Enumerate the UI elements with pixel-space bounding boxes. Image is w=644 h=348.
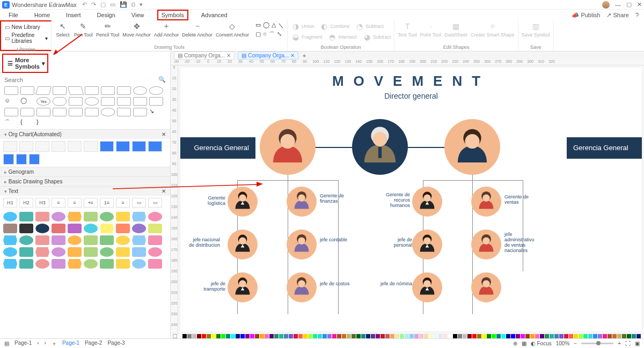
document-tab[interactable]: ▤Company Orga...✕	[174, 51, 235, 60]
color-swatch[interactable]	[197, 334, 201, 338]
color-swatch[interactable]	[207, 334, 211, 338]
page-tab-active[interactable]: Page-1	[62, 340, 79, 347]
color-swatch[interactable]	[414, 334, 419, 338]
org-node[interactable]	[287, 187, 317, 217]
shape-thumb[interactable]	[35, 224, 49, 233]
shape-thumb[interactable]: ▭	[148, 198, 162, 208]
shape-thumb[interactable]	[84, 224, 98, 233]
shape-thumb[interactable]: 1≡	[100, 198, 114, 208]
next-page-icon[interactable]: ›	[45, 340, 46, 347]
shape-thumb[interactable]	[53, 97, 67, 106]
menu-file[interactable]: File	[5, 11, 21, 19]
org-node[interactable]	[260, 119, 316, 175]
shape-thumb[interactable]	[101, 108, 115, 116]
shape-thumb[interactable]	[52, 141, 65, 152]
publish-button[interactable]: 📣 Publish	[572, 12, 600, 19]
predefine-libraries-button[interactable]: ▭Predefine Libraries▾	[4, 32, 49, 45]
shape-thumb[interactable]	[116, 247, 130, 257]
color-swatch[interactable]	[231, 334, 235, 338]
color-swatch[interactable]	[245, 334, 250, 338]
color-swatch[interactable]	[390, 334, 394, 338]
shape-thumb[interactable]: ☺	[4, 97, 18, 106]
shape-thumb[interactable]	[85, 86, 99, 95]
color-swatch[interactable]	[337, 334, 341, 338]
color-swatch[interactable]	[216, 334, 221, 338]
color-swatch[interactable]	[617, 334, 621, 338]
color-swatch[interactable]	[608, 334, 612, 338]
subtract2-button[interactable]: ◕Subtract	[362, 32, 391, 42]
convert-anchor-tool[interactable]: ◇Convert Anchor	[216, 21, 249, 38]
zoom-slider[interactable]	[581, 343, 613, 344]
color-swatch[interactable]	[501, 334, 506, 338]
shape-thumb[interactable]	[3, 235, 17, 245]
shape-thumb[interactable]	[100, 224, 114, 233]
shape-thumb[interactable]	[35, 86, 52, 95]
shape-thumb[interactable]: }	[36, 119, 50, 127]
shape-thumb[interactable]	[85, 108, 99, 116]
shape-thumb[interactable]	[29, 154, 40, 165]
org-node[interactable]	[228, 272, 258, 302]
zoom-out-icon[interactable]: −	[574, 340, 577, 346]
color-swatch[interactable]	[400, 334, 404, 338]
org-node[interactable]	[471, 187, 501, 217]
shape-thumb[interactable]	[101, 86, 115, 95]
color-swatch[interactable]	[318, 334, 322, 338]
color-swatch[interactable]	[332, 334, 336, 338]
color-swatch[interactable]	[356, 334, 361, 338]
shape-thumb[interactable]	[3, 141, 17, 152]
color-swatch[interactable]	[303, 334, 308, 338]
color-swatch[interactable]	[588, 334, 592, 338]
color-swatch[interactable]	[458, 334, 462, 338]
org-node[interactable]	[412, 272, 442, 302]
shape-thumb[interactable]	[53, 108, 67, 116]
color-swatch[interactable]	[182, 334, 187, 338]
shape-thumb[interactable]	[20, 86, 34, 95]
circle-shape-icon[interactable]: ○	[263, 31, 267, 39]
move-anchor-tool[interactable]: ✥Move Anchor	[122, 21, 151, 38]
shape-thumb[interactable]	[68, 235, 82, 245]
point-tool-button[interactable]: ·Point Tool	[420, 21, 441, 38]
shape-thumb[interactable]	[100, 259, 114, 269]
color-swatch[interactable]	[221, 334, 225, 338]
color-swatch[interactable]	[496, 334, 501, 338]
shape-thumb[interactable]: ↘	[149, 108, 163, 116]
shape-thumb[interactable]	[84, 247, 98, 257]
color-swatch[interactable]	[472, 334, 477, 338]
shape-thumb[interactable]	[68, 247, 82, 257]
color-swatch[interactable]	[559, 334, 564, 338]
shape-thumb[interactable]	[68, 224, 82, 233]
color-swatch[interactable]	[419, 334, 423, 338]
shape-thumb[interactable]: ≡	[68, 198, 82, 208]
shape-thumb[interactable]	[69, 108, 83, 116]
category-org-chart[interactable]: ▾ Org Chart(Automated)✕	[0, 129, 170, 139]
shape-thumb[interactable]	[19, 141, 33, 152]
color-swatch[interactable]	[269, 334, 274, 338]
color-swatch[interactable]	[482, 334, 486, 338]
color-swatch[interactable]	[492, 334, 496, 338]
menu-symbols[interactable]: Symbols	[157, 10, 188, 20]
page-tab[interactable]: Page-3	[107, 340, 125, 347]
close-icon[interactable]: ✕	[226, 53, 231, 58]
color-swatch[interactable]	[511, 334, 515, 338]
color-swatch[interactable]	[530, 334, 535, 338]
color-swatch[interactable]	[192, 334, 196, 338]
user-avatar[interactable]	[602, 1, 610, 9]
shape-thumb[interactable]	[3, 212, 17, 221]
shape-thumb[interactable]	[69, 97, 83, 106]
color-swatch[interactable]	[579, 334, 583, 338]
color-swatch[interactable]	[385, 334, 390, 338]
shape-thumb[interactable]	[149, 97, 163, 106]
color-swatch[interactable]	[327, 334, 332, 338]
shape-thumb[interactable]	[100, 235, 114, 245]
shape-thumb[interactable]	[148, 141, 162, 152]
shape-thumb[interactable]	[4, 86, 18, 95]
color-swatch[interactable]	[376, 334, 380, 338]
shape-thumb[interactable]	[148, 235, 162, 245]
color-swatch[interactable]	[323, 334, 327, 338]
color-swatch[interactable]	[424, 334, 428, 338]
color-swatch[interactable]	[535, 334, 539, 338]
pages-icon[interactable]: ▤	[4, 340, 9, 346]
color-swatch[interactable]	[289, 334, 293, 338]
smart-shape-button[interactable]: ✧Create Smart Shape	[471, 21, 515, 38]
color-swatch[interactable]	[477, 334, 481, 338]
